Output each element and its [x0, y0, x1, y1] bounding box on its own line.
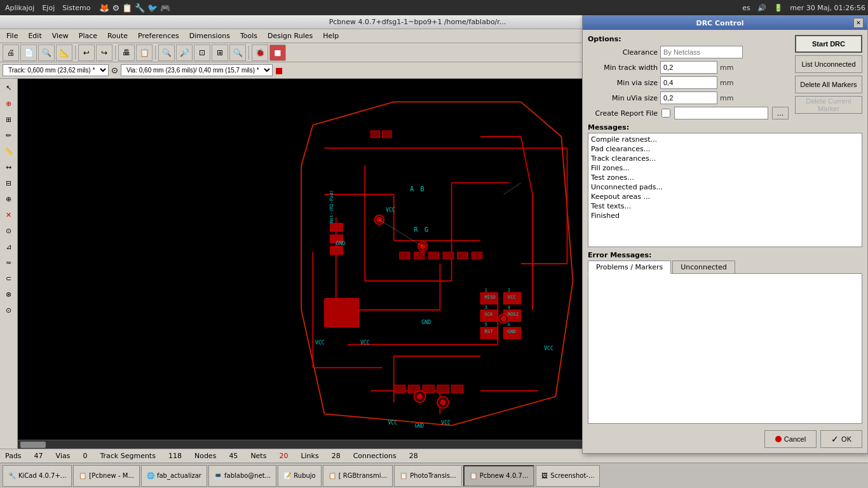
toolbar-redo[interactable]: ↪	[96, 44, 112, 61]
lt-tool-8[interactable]: ✕	[1, 207, 17, 222]
toolbar-zoom-out[interactable]: 🔎	[176, 44, 193, 61]
options-left: Options: Clearance Min track width mm	[588, 35, 789, 119]
taskbar-app-rgb[interactable]: 📋 [ RGBtransmi...	[323, 465, 393, 487]
status-pads: Pads	[5, 452, 22, 460]
left-toolbar: ↖ ⊕ ⊞ ✏ 📏 ↔ ⊟ ⊕ ✕ ⊙ ⊿ ≈ ⊂ ⊗ ⊙	[0, 79, 18, 449]
toolbar-zoom-area[interactable]: ⊞	[212, 44, 228, 61]
taskbar-app-pcbnew[interactable]: 📋 [Pcbnew - M...	[73, 465, 140, 487]
taskbar-app-rubujo[interactable]: 📝 Rubujo	[278, 465, 321, 487]
error-section: Error Messages: Problems / Markers Uncon…	[588, 251, 862, 424]
drc-close-button[interactable]: ✕	[853, 18, 864, 28]
lt-tool-2[interactable]: ⊞	[1, 112, 17, 127]
status-nodes: Nodes	[194, 452, 216, 460]
lt-tool-13[interactable]: ⊗	[1, 287, 17, 302]
toolbar-btn-3[interactable]: 📐	[56, 44, 72, 61]
menu-dimensions[interactable]: Dimensions	[186, 30, 234, 41]
toolbar-btn-0[interactable]: 🖨	[3, 44, 19, 61]
pcb-scrollbar-thumb[interactable]	[20, 442, 46, 448]
toolbar-zoom-fit[interactable]: ⊡	[194, 44, 210, 61]
toolbar-search[interactable]: 🔍	[229, 44, 246, 61]
report-path-input[interactable]	[674, 107, 768, 119]
lt-tool-12[interactable]: ⊂	[1, 271, 17, 286]
cancel-icon	[775, 436, 782, 442]
menu-preferences[interactable]: Preferences	[134, 30, 183, 41]
messages-box[interactable]: Compile ratsnest... Pad clearances... Tr…	[588, 133, 862, 247]
delete-current-marker-button[interactable]: Delete Current Marker	[795, 96, 862, 114]
cancel-button[interactable]: Cancel	[764, 430, 817, 448]
svg-text:R: R	[414, 226, 419, 233]
menu-file[interactable]: File	[3, 30, 22, 41]
menu-edit[interactable]: Edit	[24, 30, 45, 41]
min-uvia-input[interactable]	[660, 92, 717, 104]
error-content-area	[588, 274, 862, 424]
via-dropdown[interactable]: Via: 0,60 mm (23,6 mils)/ 0,40 mm (15,7 …	[121, 64, 273, 76]
msg-0: Compile ratsnest...	[591, 135, 859, 144]
taskbar-app-photo[interactable]: 📋 PhotoTransis...	[394, 465, 461, 487]
status-connections: Connections	[353, 452, 397, 460]
messages-label: Messages:	[588, 123, 862, 132]
menu-place[interactable]: Place	[75, 30, 101, 41]
report-checkbox[interactable]	[661, 109, 670, 118]
taskbar-app-aplikajoj[interactable]: Aplikajoj	[3, 4, 37, 12]
taskbar-app-terminal[interactable]: 💻 fablabo@net...	[208, 465, 276, 487]
lt-tool-1[interactable]: ⊕	[1, 96, 17, 111]
error-messages-label: Error Messages:	[588, 251, 862, 259]
lt-tool-11[interactable]: ≈	[1, 255, 17, 270]
toolbar-zoom-in[interactable]: 🔍	[158, 44, 175, 61]
lt-cursor[interactable]: ↖	[1, 80, 17, 95]
svg-text:VCC: VCC	[360, 339, 370, 346]
toolbar-drc[interactable]: ■	[269, 44, 286, 61]
tab-unconnected[interactable]: Unconnected	[672, 261, 735, 273]
lt-tool-7[interactable]: ⊕	[1, 191, 17, 207]
min-via-input[interactable]	[660, 76, 717, 89]
toolbar-undo[interactable]: ↩	[78, 44, 95, 61]
toolbar-print[interactable]: 🖶	[118, 44, 135, 61]
drc-dialog: DRC Control ✕ Options: Clearance Min	[582, 15, 868, 454]
min-uvia-unit: mm	[720, 94, 733, 102]
lt-tool-9[interactable]: ⊙	[1, 223, 17, 238]
start-drc-button[interactable]: Start DRC	[795, 35, 862, 53]
menu-help[interactable]: Help	[319, 30, 342, 41]
taskbar-app-ejoj[interactable]: Ejoj	[39, 4, 57, 12]
report-row: Create Report File ...	[588, 107, 789, 119]
taskbar-app-kicad[interactable]: 🔧 KiCad 4.0.7+...	[3, 465, 72, 487]
lt-tool-5[interactable]: ↔	[1, 159, 17, 175]
msg-4: Test zones...	[591, 173, 859, 182]
svg-rect-31	[458, 252, 468, 259]
tab-problems-markers[interactable]: Problems / Markers	[588, 261, 671, 274]
lt-tool-14[interactable]: ⊙	[1, 302, 17, 318]
ok-button[interactable]: ✓ OK	[820, 430, 862, 448]
min-track-label: Min track width	[588, 64, 658, 72]
status-connections-value: 28	[409, 452, 418, 460]
toolbar-btn-2[interactable]: 🔍	[38, 44, 55, 61]
lt-tool-10[interactable]: ⊿	[1, 239, 17, 254]
svg-text:3: 3	[484, 304, 487, 310]
status-links: Links	[301, 452, 318, 460]
status-track-value: 118	[168, 452, 182, 460]
taskbar-app-fab[interactable]: 🌐 fab_actualizar	[141, 465, 207, 487]
photo-icon: 📋	[400, 472, 407, 479]
menu-design-rules[interactable]: Design Rules	[264, 30, 316, 41]
menu-view[interactable]: View	[48, 30, 72, 41]
toolbar-btn-1[interactable]: 📄	[20, 44, 37, 61]
list-unconnected-button[interactable]: List Unconnected	[795, 55, 862, 73]
lt-tool-6[interactable]: ⊟	[1, 175, 17, 191]
svg-text:RST: RST	[484, 329, 493, 334]
svg-text:GND: GND	[414, 423, 424, 429]
min-track-input[interactable]	[660, 61, 717, 74]
taskbar-app-sistemo[interactable]: Sistemo	[60, 4, 93, 12]
svg-text:A: A	[410, 186, 414, 193]
lt-tool-4[interactable]: 📏	[1, 144, 17, 159]
lt-tool-3[interactable]: ✏	[1, 128, 17, 143]
clearance-input[interactable]	[660, 46, 743, 58]
menu-tools[interactable]: Tools	[236, 30, 261, 41]
menu-route[interactable]: Route	[104, 30, 132, 41]
taskbar-app-screenshot[interactable]: 🖼 Screenshot-...	[536, 465, 600, 487]
report-browse-button[interactable]: ...	[772, 107, 789, 119]
toolbar-bug[interactable]: 🐞	[252, 44, 268, 61]
toolbar-gerber[interactable]: 📋	[136, 44, 153, 61]
track-dropdown[interactable]: Track: 0,600 mm (23,62 mils) *	[3, 64, 109, 76]
delete-all-markers-button[interactable]: Delete All Markers	[795, 76, 862, 93]
taskbar-app-pcbnew2[interactable]: 📋 Pcbnew 4.0.7...	[463, 465, 535, 487]
svg-text:4: 4	[508, 304, 511, 310]
